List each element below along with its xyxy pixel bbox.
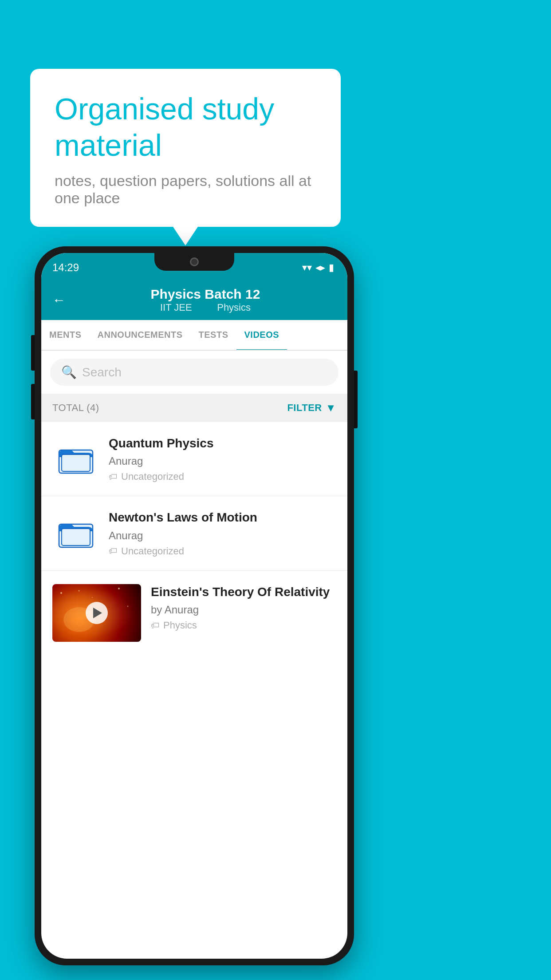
video-thumbnail-3	[52, 584, 141, 642]
tab-ments[interactable]: MENTS	[41, 320, 90, 350]
video-tag-2: 🏷 Uncategorized	[109, 545, 336, 557]
app-header: ← Physics Batch 12 IIT JEE Physics	[41, 279, 347, 320]
filter-icon: ▼	[326, 402, 336, 414]
header-title-block: Physics Batch 12 IIT JEE Physics	[75, 287, 336, 313]
video-info-3: Einstein's Theory Of Relativity by Anura…	[151, 584, 336, 631]
page-title: Physics Batch 12	[75, 287, 336, 302]
tabs-bar: MENTS ANNOUNCEMENTS TESTS VIDEOS	[41, 320, 347, 351]
filter-label: FILTER	[287, 402, 322, 414]
volume-down-button[interactable]	[31, 384, 35, 419]
folder-icon	[58, 442, 94, 475]
speech-bubble: Organised study material notes, question…	[30, 69, 341, 227]
total-count: TOTAL (4)	[52, 402, 99, 414]
tab-tests[interactable]: TESTS	[191, 320, 236, 350]
video-info-1: Quantum Physics Anurag 🏷 Uncategorized	[109, 435, 336, 482]
signal-icon: ◂▸	[315, 262, 325, 273]
folder-icon	[58, 516, 94, 549]
svg-point-8	[127, 605, 129, 607]
svg-point-7	[118, 588, 120, 589]
header-subtitle: IIT JEE Physics	[75, 302, 336, 313]
list-item[interactable]: Einstein's Theory Of Relativity by Anura…	[41, 571, 347, 653]
video-info-2: Newton's Laws of Motion Anurag 🏷 Uncateg…	[109, 510, 336, 557]
tab-videos[interactable]: VIDEOS	[236, 320, 287, 350]
filter-button[interactable]: FILTER ▼	[287, 402, 336, 414]
status-icons: ▾▾ ◂▸ ▮	[302, 262, 334, 273]
search-container: 🔍 Search	[41, 351, 347, 394]
tag-label-3: Physics	[163, 620, 197, 631]
play-button[interactable]	[86, 602, 108, 624]
video-thumbnail-2	[52, 510, 99, 556]
video-tag-3: 🏷 Physics	[151, 620, 336, 631]
tab-announcements[interactable]: ANNOUNCEMENTS	[90, 320, 191, 350]
video-title-1: Quantum Physics	[109, 435, 336, 451]
search-placeholder: Search	[82, 365, 122, 379]
speech-bubble-subtitle: notes, question papers, solutions all at…	[55, 172, 316, 207]
filter-bar: TOTAL (4) FILTER ▼	[41, 394, 347, 422]
video-thumbnail-1	[52, 435, 99, 482]
header-subtitle-physics: Physics	[217, 302, 251, 313]
battery-icon: ▮	[329, 262, 334, 273]
back-button[interactable]: ←	[52, 292, 66, 308]
speech-bubble-container: Organised study material notes, question…	[30, 69, 341, 227]
tag-label-1: Uncategorized	[121, 471, 184, 482]
video-author-2: Anurag	[109, 530, 336, 542]
speech-bubble-title: Organised study material	[55, 91, 316, 163]
search-icon: 🔍	[61, 365, 77, 379]
svg-point-6	[92, 597, 93, 598]
tag-icon: 🏷	[109, 472, 118, 482]
video-title-2: Newton's Laws of Motion	[109, 510, 336, 526]
header-subtitle-iitjee: IIT JEE	[160, 302, 192, 313]
svg-point-5	[79, 590, 80, 591]
svg-point-4	[60, 592, 62, 594]
svg-rect-1	[62, 454, 90, 471]
volume-up-button[interactable]	[31, 335, 35, 371]
tag-icon: 🏷	[109, 546, 118, 556]
tag-label-2: Uncategorized	[121, 545, 184, 557]
front-camera	[190, 257, 199, 266]
wifi-icon: ▾▾	[302, 262, 312, 273]
play-triangle-icon	[93, 608, 102, 618]
list-item[interactable]: Quantum Physics Anurag 🏷 Uncategorized	[41, 422, 347, 496]
phone-frame: 14:29 ▾▾ ◂▸ ▮ ← Physics Batch 12 IIT JEE…	[35, 246, 354, 965]
video-author-1: Anurag	[109, 455, 336, 467]
phone-notch	[154, 253, 234, 271]
power-button[interactable]	[354, 371, 358, 428]
phone-screen: 14:29 ▾▾ ◂▸ ▮ ← Physics Batch 12 IIT JEE…	[41, 253, 347, 959]
header-subtitle-separator	[202, 302, 207, 313]
video-author-3: by Anurag	[151, 604, 336, 616]
search-bar[interactable]: 🔍 Search	[50, 359, 338, 386]
list-item[interactable]: Newton's Laws of Motion Anurag 🏷 Uncateg…	[41, 496, 347, 570]
svg-rect-3	[62, 529, 90, 545]
video-list: Quantum Physics Anurag 🏷 Uncategorized	[41, 422, 347, 653]
video-tag-1: 🏷 Uncategorized	[109, 471, 336, 482]
tag-icon: 🏷	[151, 620, 160, 631]
status-time: 14:29	[52, 261, 79, 274]
video-title-3: Einstein's Theory Of Relativity	[151, 584, 336, 600]
